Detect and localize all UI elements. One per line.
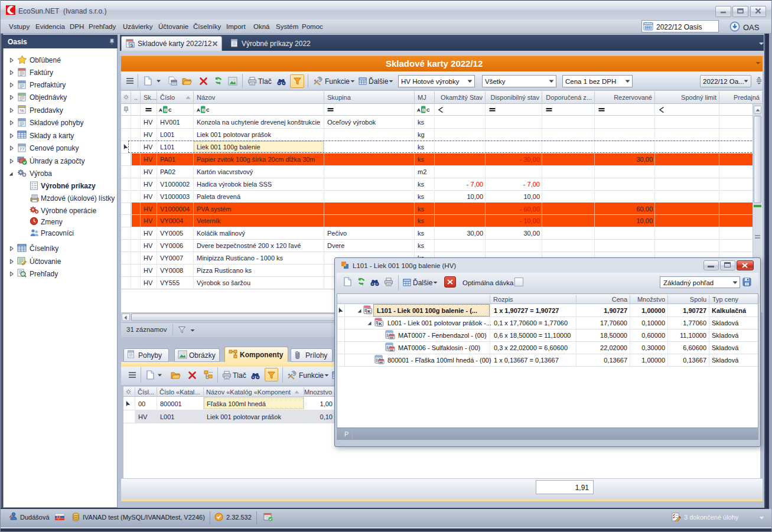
svg-text:K: K bbox=[379, 321, 382, 327]
svg-text:%: % bbox=[19, 108, 24, 113]
svg-text:C: C bbox=[168, 107, 171, 113]
svg-text:A: A bbox=[417, 107, 421, 113]
svg-text:77: 77 bbox=[19, 146, 24, 152]
svg-text:C: C bbox=[206, 107, 209, 113]
svg-text:K: K bbox=[367, 309, 371, 314]
svg-text:B: B bbox=[164, 107, 168, 113]
svg-text:B: B bbox=[202, 107, 206, 113]
svg-text:S: S bbox=[130, 43, 133, 48]
svg-text:C: C bbox=[426, 107, 429, 113]
svg-text:A: A bbox=[197, 107, 200, 113]
svg-text:A: A bbox=[159, 107, 162, 113]
svg-text:B: B bbox=[422, 107, 426, 113]
